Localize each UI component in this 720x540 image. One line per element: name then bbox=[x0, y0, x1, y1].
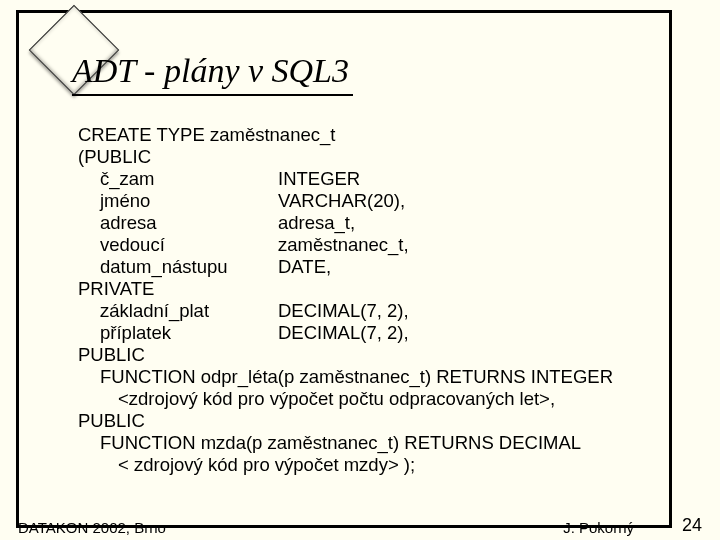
code-line: PUBLIC bbox=[78, 410, 668, 432]
footer: DATAKON 2002, Brno J. Pokorný 24 bbox=[18, 519, 702, 536]
code-line: (PUBLIC bbox=[78, 146, 668, 168]
code-block: CREATE TYPE zaměstnanec_t(PUBLICč_zamINT… bbox=[78, 124, 668, 476]
code-line: < zdrojový kód pro výpočet mzdy> ); bbox=[78, 454, 668, 476]
code-line: FUNCTION odpr_léta(p zaměstnanec_t) RETU… bbox=[78, 366, 668, 388]
code-line: PUBLIC bbox=[78, 344, 668, 366]
footer-left: DATAKON 2002, Brno bbox=[18, 519, 166, 536]
code-line: základní_platDECIMAL(7, 2), bbox=[78, 300, 668, 322]
code-line: adresaadresa_t, bbox=[78, 212, 668, 234]
code-line: FUNCTION mzda(p zaměstnanec_t) RETURNS D… bbox=[78, 432, 668, 454]
code-line: CREATE TYPE zaměstnanec_t bbox=[78, 124, 668, 146]
code-line: vedoucízaměstnanec_t, bbox=[78, 234, 668, 256]
code-line: PRIVATE bbox=[78, 278, 668, 300]
code-line: <zdrojový kód pro výpočet počtu odpracov… bbox=[78, 388, 668, 410]
code-line: jménoVARCHAR(20), bbox=[78, 190, 668, 212]
code-line: datum_nástupuDATE, bbox=[78, 256, 668, 278]
footer-page: 24 bbox=[682, 515, 702, 536]
slide-title: ADT - plány v SQL3 bbox=[72, 52, 353, 96]
code-line: příplatekDECIMAL(7, 2), bbox=[78, 322, 668, 344]
footer-author: J. Pokorný bbox=[563, 519, 634, 536]
code-line: č_zamINTEGER bbox=[78, 168, 668, 190]
